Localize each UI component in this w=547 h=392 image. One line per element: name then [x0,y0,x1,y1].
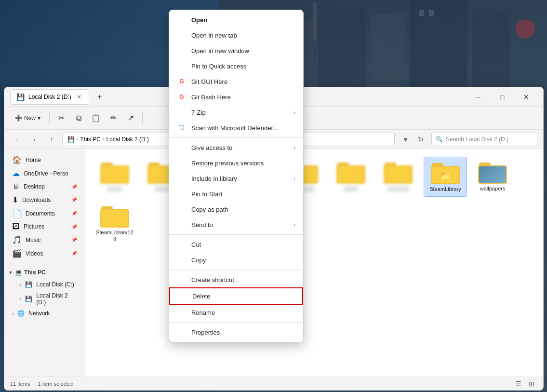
ctx-restore-versions[interactable]: Restore previous versions [169,155,303,171]
ctx-send-to[interactable]: Send to › [169,217,303,232]
new-label: New [24,115,36,122]
ctx-rename[interactable]: Rename [169,305,303,320]
rename-button[interactable]: ✏ [106,110,121,126]
ctx-defender[interactable]: 🛡 Scan with Microsoft Defender... [169,120,303,135]
new-button[interactable]: ➕ New ▾ [10,110,45,126]
ctx-7zip[interactable]: 7-Zip › [169,105,303,120]
sidebar-item-videos-label: Videos [26,250,43,257]
grid-view-button[interactable]: ⊞ [526,378,537,390]
dropdown-button[interactable]: ▾ [399,133,412,146]
address-actions: ▾ ↻ [399,133,427,146]
file-item[interactable]: ░░░░░░ [376,157,420,197]
close-button[interactable]: ✕ [515,89,537,105]
maximize-button[interactable]: □ [491,89,513,105]
ctx-copy-label: Copy [191,257,206,264]
folder-label-steamlibrary: SteamLibrary [429,186,461,192]
svg-rect-11 [419,10,424,16]
ctx-create-shortcut[interactable]: Create shortcut [169,272,303,287]
folder-icon-wallpapers [478,161,507,184]
ctx-properties[interactable]: Properties [169,324,303,340]
paste-button[interactable]: 📋 [88,110,104,126]
ctx-open-label: Open [191,16,207,24]
sidebar-item-home-label: Home [26,157,41,163]
sidebar-section-thispc[interactable]: ▼ 💻 This PC [4,266,85,279]
ctx-copy[interactable]: Copy [169,252,303,268]
window-tab[interactable]: 💾 Local Disk 2 (D:) ✕ [10,89,89,105]
sidebar-item-onedrive[interactable]: ☁ OneDrive - Perso [6,167,83,180]
sidebar-item-d-drive[interactable]: › 💾 Local Disk 2 (D:) [6,290,83,308]
ctx-pin-quick[interactable]: Pin to Quick access [169,58,303,74]
ctx-open-tab[interactable]: Open in new tab [169,27,303,43]
ctx-include-library-label: Include in library [191,175,237,182]
sidebar-item-home[interactable]: 🏠 Home [6,153,83,166]
ctx-delete[interactable]: Delete [169,287,303,305]
tab-close-button[interactable]: ✕ [75,93,83,101]
network-expand-icon: › [12,311,13,316]
back-button[interactable]: ‹ [10,133,24,146]
sidebar-item-network[interactable]: › 🌐 Network [6,308,83,319]
sidebar-item-documents-label: Documents [26,210,55,217]
ctx-rename-label: Rename [191,309,215,316]
toolbar-separator-1 [49,112,50,124]
up-button[interactable]: ↑ [45,133,58,146]
file-item-wallpapers[interactable]: wallpapers [471,157,514,197]
folder-icon-steamlibrary: 📁 [431,161,460,184]
refresh-button[interactable]: ↻ [414,133,427,146]
restore-icon [177,158,187,168]
search-box[interactable]: 🔍 Search Local Disk 2 (D:) [431,133,537,146]
sidebar-item-c-drive[interactable]: › 💾 Local Disk (C:) [6,279,83,290]
ctx-open-window[interactable]: Open in new window [169,43,303,58]
minimize-button[interactable]: ─ [467,89,489,105]
git-gui-icon: G [177,77,187,86]
ctx-git-gui[interactable]: G Git GUI Here [169,74,303,89]
ctx-git-bash[interactable]: G Git Bash Here [169,89,303,105]
ctx-defender-label: Scan with Microsoft Defender... [191,124,278,132]
path-local-disk[interactable]: Local Disk 2 (D:) [106,136,149,143]
sidebar-item-documents[interactable]: 📄 Documents 📌 [6,207,83,220]
new-tab-button[interactable]: + [93,90,107,104]
file-item-steamlibrary123[interactable]: SteamLibrary123 [93,201,136,246]
search-placeholder: Search Local Disk 2 (D:) [446,136,508,143]
share-button[interactable]: ↗ [123,110,138,126]
copy-button[interactable]: ⧉ [71,110,86,126]
music-icon: 🎵 [12,235,22,244]
ctx-delete-label: Delete [192,293,211,300]
window-controls: ─ □ ✕ [467,89,537,105]
ctx-open-tab-label: Open in new tab [191,32,237,39]
file-item[interactable]: ░░░░ [93,157,136,197]
ctx-git-bash-label: Git Bash Here [191,94,231,101]
status-right: ☰ ⊞ [512,378,537,390]
pin-start-icon [177,189,187,199]
downloads-icon: ⬇ [12,195,18,204]
ctx-open[interactable]: Open [169,12,303,27]
sidebar-item-desktop[interactable]: 🖥 Desktop 📌 [6,180,83,193]
cut-button[interactable]: ✂ [53,110,69,126]
properties-icon [177,327,187,337]
sidebar-item-music[interactable]: 🎵 Music 📌 [6,233,83,246]
folder-icon [336,161,365,184]
forward-button[interactable]: › [27,133,41,146]
ctx-include-library[interactable]: Include in library › [169,171,303,186]
folder-label-wallpapers: wallpapers [480,186,506,192]
ctx-copy-path[interactable]: Copy as path [169,202,303,217]
ctx-pin-start[interactable]: Pin to Start [169,186,303,202]
list-view-button[interactable]: ☰ [512,378,524,390]
ctx-cut[interactable]: Cut [169,237,303,252]
sidebar-item-downloads[interactable]: ⬇ Downloads 📌 [6,193,83,206]
ctx-give-access[interactable]: Give access to › [169,140,303,155]
file-item[interactable]: ░░░░ [329,157,373,197]
file-item-steamlibrary[interactable]: 📁 SteamLibrary [424,157,467,197]
give-access-icon [177,143,187,152]
7zip-icon [177,108,187,117]
svg-rect-3 [371,14,405,87]
rename-icon [177,308,187,317]
sidebar-item-pictures[interactable]: 🖼 Pictures 📌 [6,220,83,233]
sidebar-item-videos[interactable]: 🎬 Videos 📌 [6,247,83,260]
sidebar-item-music-label: Music [26,237,40,243]
path-drive-icon: 💾 [67,136,75,143]
folder-label: ░░░░ [154,186,169,192]
tab-label: Local Disk 2 (D:) [28,94,71,100]
ctx-pin-start-label: Pin to Start [191,190,222,198]
cut-icon [177,240,187,249]
path-this-pc[interactable]: This PC [80,136,101,143]
